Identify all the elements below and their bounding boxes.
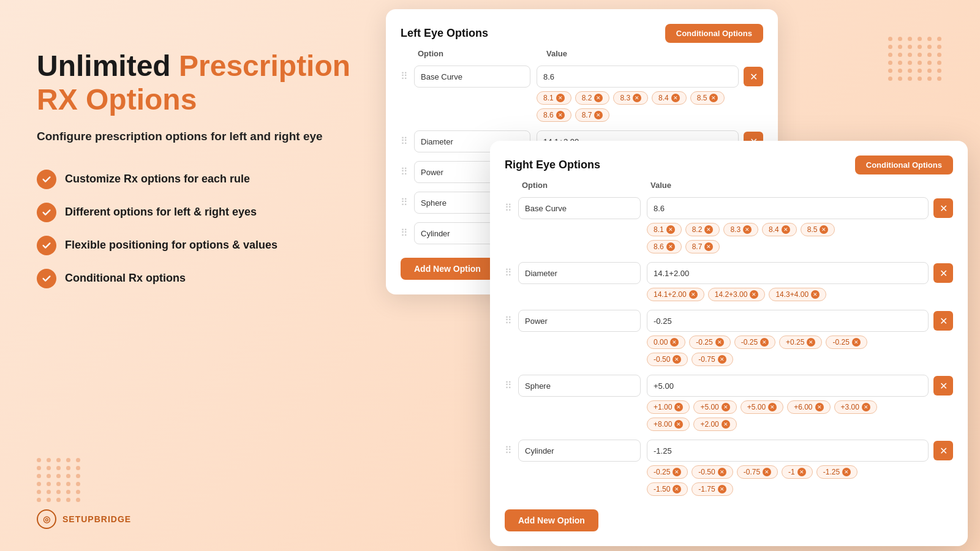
r-tag-remove-c--0.25[interactable]: ✕ bbox=[673, 468, 681, 476]
left-eye-add-option-btn[interactable]: Add New Option bbox=[401, 258, 494, 280]
tag-remove-8.1[interactable]: ✕ bbox=[556, 94, 565, 102]
tag-remove-8.3[interactable]: ✕ bbox=[633, 94, 641, 102]
brand-icon: ◎ bbox=[37, 509, 56, 529]
drag-handle-left-sphere[interactable]: ⠿ bbox=[401, 197, 408, 208]
r-tag-remove--0.25a[interactable]: ✕ bbox=[715, 338, 724, 347]
right-eye-sphere-value-input[interactable] bbox=[647, 375, 929, 397]
right-eye-cylinder-value-input[interactable] bbox=[647, 440, 929, 462]
tag-remove-8.2[interactable]: ✕ bbox=[594, 94, 603, 102]
r-tag-8.1: 8.1 ✕ bbox=[647, 223, 682, 236]
r-tag-+3.00: +3.00 ✕ bbox=[834, 400, 877, 414]
r-tag-8.6: 8.6 ✕ bbox=[647, 240, 682, 253]
right-eye-power-value-input[interactable] bbox=[647, 310, 929, 332]
right-eye-add-option-btn[interactable]: Add New Option bbox=[505, 509, 598, 531]
r-tag-remove-+8.00[interactable]: ✕ bbox=[674, 420, 683, 429]
r-tag-remove-c--0.75[interactable]: ✕ bbox=[763, 468, 771, 476]
subtext: Configure prescription options for left … bbox=[37, 129, 355, 145]
r-tag-0.00: 0.00 ✕ bbox=[647, 335, 685, 349]
r-tag-remove--0.50[interactable]: ✕ bbox=[673, 355, 681, 364]
feature-list: Customize Rx options for each rule Diffe… bbox=[37, 170, 355, 288]
r-tag-+2.00: +2.00 ✕ bbox=[693, 418, 736, 431]
drag-handle-right-sphere[interactable]: ⠿ bbox=[505, 380, 512, 391]
r-tag-remove-0.00[interactable]: ✕ bbox=[670, 338, 679, 347]
left-eye-base-curve-input[interactable] bbox=[414, 66, 530, 88]
left-panel: Unlimited Prescription RX Options Config… bbox=[37, 49, 355, 288]
right-eye-diameter-delete-btn[interactable]: ✕ bbox=[933, 263, 953, 283]
r-tag-remove-+0.25[interactable]: ✕ bbox=[807, 338, 815, 347]
tag-remove-8.6[interactable]: ✕ bbox=[556, 111, 565, 119]
r-tag-remove--0.75[interactable]: ✕ bbox=[718, 355, 726, 364]
r-tag-remove-c--0.50[interactable]: ✕ bbox=[718, 468, 726, 476]
right-eye-power-value-area: ✕ 0.00 ✕ -0.25 ✕ -0.25 ✕ +0.25 ✕ -0.25 ✕… bbox=[647, 310, 953, 366]
r-tag-remove-8.4[interactable]: ✕ bbox=[782, 225, 790, 234]
brand: ◎ SETUPBRIDGE bbox=[37, 509, 131, 529]
tag-remove-8.5[interactable]: ✕ bbox=[709, 94, 718, 102]
r-tag-remove-14.1+2.00[interactable]: ✕ bbox=[689, 290, 698, 299]
r-tag-remove--0.25c[interactable]: ✕ bbox=[852, 338, 861, 347]
left-eye-base-curve-tags-2: 8.6 ✕ 8.7 ✕ bbox=[537, 108, 763, 122]
right-eye-diameter-value-area: ✕ 14.1+2.00 ✕ 14.2+3.00 ✕ 14.3+4.00 ✕ bbox=[647, 262, 953, 301]
right-eye-diameter-tags: 14.1+2.00 ✕ 14.2+3.00 ✕ 14.3+4.00 ✕ bbox=[647, 288, 953, 301]
r-tag-remove-+6.00[interactable]: ✕ bbox=[815, 403, 824, 411]
right-eye-cylinder-value-area: ✕ -0.25 ✕ -0.50 ✕ -0.75 ✕ -1 ✕ -1.25 ✕ -… bbox=[647, 440, 953, 496]
right-eye-sphere-tags: +1.00 ✕ +5.00 ✕ +5.00 ✕ +6.00 ✕ +3.00 ✕ bbox=[647, 400, 953, 414]
right-eye-diameter-value-input[interactable] bbox=[647, 262, 929, 284]
r-tag-remove-+5.00b[interactable]: ✕ bbox=[768, 403, 777, 411]
r-tag-remove-c--1.50[interactable]: ✕ bbox=[673, 485, 681, 493]
left-eye-base-curve-delete-btn[interactable]: ✕ bbox=[744, 67, 763, 86]
right-eye-sphere-delete-btn[interactable]: ✕ bbox=[933, 376, 953, 395]
r-tag-remove-c--1[interactable]: ✕ bbox=[797, 468, 806, 476]
drag-handle-right-power[interactable]: ⠿ bbox=[505, 315, 512, 326]
right-eye-diameter-input[interactable] bbox=[518, 262, 641, 284]
r-tag-remove-+2.00[interactable]: ✕ bbox=[722, 420, 730, 429]
r-tag-remove-8.2[interactable]: ✕ bbox=[704, 225, 713, 234]
r-tag-remove-14.2+3.00[interactable]: ✕ bbox=[750, 290, 758, 299]
r-tag-+5.00a: +5.00 ✕ bbox=[693, 400, 736, 414]
right-eye-power-input[interactable] bbox=[518, 310, 641, 332]
right-eye-cylinder-delete-btn[interactable]: ✕ bbox=[933, 441, 953, 460]
right-eye-conditional-btn[interactable]: Conditional Options bbox=[855, 156, 953, 174]
r-tag-remove-8.3[interactable]: ✕ bbox=[743, 225, 752, 234]
tag-8.1: 8.1 ✕ bbox=[537, 91, 571, 105]
right-eye-base-curve-input[interactable] bbox=[518, 197, 641, 219]
r-tag-remove-8.1[interactable]: ✕ bbox=[666, 225, 675, 234]
right-eye-option-row-diameter: ⠿ ✕ 14.1+2.00 ✕ 14.2+3.00 ✕ 14.3+4.00 ✕ bbox=[505, 262, 953, 301]
right-eye-power-tags-2: -0.50 ✕ -0.75 ✕ bbox=[647, 353, 953, 366]
left-eye-conditional-btn[interactable]: Conditional Options bbox=[665, 24, 763, 43]
r-tag--0.25b: -0.25 ✕ bbox=[734, 335, 775, 349]
left-eye-base-curve-value-input[interactable] bbox=[537, 66, 739, 88]
right-eye-option-row-sphere: ⠿ ✕ +1.00 ✕ +5.00 ✕ +5.00 ✕ +6.00 ✕ +3.0… bbox=[505, 375, 953, 431]
drag-handle-right-cylinder[interactable]: ⠿ bbox=[505, 444, 512, 456]
feature-label-4: Conditional Rx options bbox=[65, 272, 186, 285]
right-eye-base-curve-value-input[interactable] bbox=[647, 197, 929, 219]
drag-handle-left-diameter[interactable]: ⠿ bbox=[401, 135, 408, 147]
drag-handle-left-cylinder[interactable]: ⠿ bbox=[401, 227, 408, 239]
tag-remove-8.7[interactable]: ✕ bbox=[594, 111, 603, 119]
r-tag-remove-c--1.25[interactable]: ✕ bbox=[842, 468, 851, 476]
drag-handle-left-power[interactable]: ⠿ bbox=[401, 166, 408, 178]
left-eye-base-curve-value-area: ✕ 8.1 ✕ 8.2 ✕ 8.3 ✕ 8.4 ✕ 8.5 ✕ 8.6 ✕ 8.… bbox=[537, 66, 763, 122]
r-tag-remove-+1.00[interactable]: ✕ bbox=[674, 403, 683, 411]
r-tag-remove--0.25b[interactable]: ✕ bbox=[760, 338, 769, 347]
right-eye-option-row-power: ⠿ ✕ 0.00 ✕ -0.25 ✕ -0.25 ✕ +0.25 ✕ -0.25… bbox=[505, 310, 953, 366]
drag-handle-right-base-curve[interactable]: ⠿ bbox=[505, 202, 512, 214]
right-eye-base-curve-delete-btn[interactable]: ✕ bbox=[933, 198, 953, 218]
r-tag-remove-8.5[interactable]: ✕ bbox=[820, 225, 828, 234]
r-tag-remove-8.6[interactable]: ✕ bbox=[666, 242, 675, 251]
r-tag-remove-+3.00[interactable]: ✕ bbox=[862, 403, 870, 411]
right-eye-power-delete-btn[interactable]: ✕ bbox=[933, 311, 953, 331]
r-tag-remove-c--1.75[interactable]: ✕ bbox=[718, 485, 726, 493]
tag-remove-8.4[interactable]: ✕ bbox=[671, 94, 680, 102]
drag-handle-right-diameter[interactable]: ⠿ bbox=[505, 267, 512, 279]
right-eye-sphere-input[interactable] bbox=[518, 375, 641, 397]
r-tag-remove-+5.00a[interactable]: ✕ bbox=[722, 403, 730, 411]
right-eye-sphere-tags-2: +8.00 ✕ +2.00 ✕ bbox=[647, 418, 953, 431]
r-tag-remove-14.3+4.00[interactable]: ✕ bbox=[811, 290, 820, 299]
right-eye-cylinder-input[interactable] bbox=[518, 440, 641, 462]
headline-orange2: RX Options bbox=[37, 83, 197, 116]
tag-8.4: 8.4 ✕ bbox=[652, 91, 687, 105]
left-eye-card-header: Left Eye Options Conditional Options bbox=[401, 24, 763, 43]
feature-item-1: Customize Rx options for each rule bbox=[37, 170, 355, 189]
r-tag-remove-8.7[interactable]: ✕ bbox=[704, 242, 713, 251]
drag-handle-left-base-curve[interactable]: ⠿ bbox=[401, 70, 408, 82]
